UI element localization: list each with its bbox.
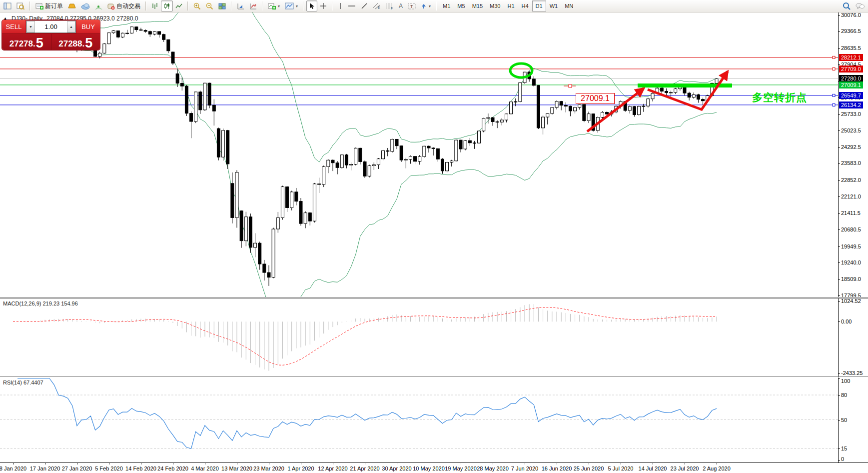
axis-tick-label: 28635.5 (841, 45, 861, 51)
date-tick-label: 19 May 2020 (445, 466, 477, 472)
horizontal-line-icon[interactable] (345, 0, 358, 12)
chart-list-icon[interactable] (1, 0, 14, 12)
axis-tick-label: 24292.5 (841, 144, 861, 150)
price-level-badge: 28212.1 (839, 54, 863, 61)
gold-icon[interactable] (65, 0, 78, 12)
periods-icon[interactable] (247, 0, 259, 12)
price-axis-border (838, 12, 839, 297)
chevron-down-icon: ▾ (429, 4, 431, 8)
date-tick-label: 16 Jun 2020 (542, 466, 572, 472)
indicators-icon[interactable] (234, 0, 247, 12)
axis-tick-label: 20680.5 (841, 226, 861, 232)
date-tick-label: 17 Jan 2020 (30, 466, 60, 472)
date-tick-label: 27 Jan 2020 (62, 466, 92, 472)
channel-icon[interactable]: E (370, 0, 383, 12)
axis-tick-label: 18509.0 (841, 276, 861, 282)
sell-price[interactable]: 27278.5 (2, 34, 51, 50)
tab-timeframe-M15[interactable]: M15 (469, 0, 486, 12)
cursor-icon[interactable] (306, 0, 317, 12)
tile-windows-icon[interactable] (216, 0, 228, 12)
line-chart-icon[interactable] (173, 0, 185, 12)
new-order-button[interactable]: 新订单 (33, 0, 65, 12)
lot-increase-button[interactable]: ▲ (67, 21, 75, 32)
date-tick-label: 5 Jul 2020 (608, 466, 634, 472)
axis-tick-label: 29366.5 (841, 28, 861, 34)
tab-timeframe-H4[interactable]: H4 (518, 0, 532, 12)
tab-timeframe-M1[interactable]: M1 (439, 0, 454, 12)
crosshair-icon[interactable] (317, 0, 329, 12)
axis-tick-label: -2433.25 (841, 370, 863, 376)
axis-tick-label: 19949.5 (841, 244, 861, 250)
macd-panel: 1024.520.00-2433.25 MACD(12,26,9) 219.23… (0, 298, 868, 376)
svg-text:E: E (378, 6, 380, 10)
buy-price[interactable]: 27288.5 (51, 34, 100, 50)
lot-decrease-button[interactable]: ▼ (26, 21, 35, 32)
svg-text:F: F (391, 6, 393, 10)
chat-icon[interactable] (853, 0, 867, 12)
signals-icon[interactable] (92, 0, 105, 12)
bar-chart-icon[interactable] (149, 0, 161, 12)
rsi-panel: 1008050150 RSI(14) 67.4407 (0, 378, 868, 462)
macd-canvas (0, 298, 838, 376)
rsi-canvas (0, 378, 838, 462)
date-tick-label: 1 Apr 2020 (287, 466, 314, 472)
autotrade-button[interactable]: 自动交易 (105, 0, 143, 12)
price-level-badge: 27709.0 (839, 66, 863, 72)
toolbar: 新订单 自动交易 (0, 0, 868, 12)
panel-separator[interactable] (0, 376, 868, 377)
axis-tick-label: 25733.0 (841, 111, 861, 117)
lot-size-input[interactable] (35, 21, 67, 32)
axis-tick-label: 30076.0 (841, 12, 861, 18)
zoom-out-icon[interactable] (203, 0, 216, 12)
trendline-icon[interactable] (358, 0, 370, 12)
zoom-in-icon[interactable] (191, 0, 203, 12)
axis-tick-label: 22121.0 (841, 194, 861, 200)
chevron-down-icon: ▾ (278, 4, 280, 8)
date-tick-label: 13 Mar 2020 (221, 466, 252, 472)
profiles-icon[interactable]: ▾ (282, 0, 300, 12)
main-chart-panel: 30076.029366.528635.527904.527173.526464… (0, 12, 868, 297)
date-tick-label: 30 Apr 2020 (382, 466, 411, 472)
new-order-label: 新订单 (45, 2, 63, 10)
vertical-line-icon[interactable] (335, 0, 345, 12)
date-axis: 8 Jan 202017 Jan 202027 Jan 20205 Feb 20… (0, 462, 868, 473)
date-tick-label: 12 Apr 2020 (318, 466, 347, 472)
date-tick-label: 24 Feb 2020 (157, 466, 188, 472)
timeframe-group: M1M5M15M30H1H4D1W1MN (438, 0, 578, 12)
tab-timeframe-D1[interactable]: D1 (532, 0, 546, 12)
axis-tick-label: 25023.5 (841, 128, 861, 134)
date-tick-label: 2 Aug 2020 (703, 466, 731, 472)
sell-button[interactable]: SELL (2, 20, 25, 34)
date-tick-label: 14 Feb 2020 (125, 466, 156, 472)
arrows-icon[interactable]: ▾ (418, 0, 433, 12)
search-icon[interactable] (840, 0, 853, 12)
fibonacci-icon[interactable]: F (383, 0, 396, 12)
axis-tick-label: 100 (841, 378, 850, 384)
svg-text:T: T (410, 4, 413, 9)
text-icon[interactable]: A (396, 0, 405, 12)
date-tick-label: 28 May 2020 (477, 466, 509, 472)
candlestick-icon[interactable] (161, 0, 173, 12)
mql5-cloud-icon[interactable] (78, 0, 92, 12)
date-tick-label: 4 Mar 2020 (191, 466, 219, 472)
new-chart-icon[interactable]: ▾ (265, 0, 282, 12)
date-tick-label: 10 May 2020 (413, 466, 445, 472)
autotrade-label: 自动交易 (116, 2, 140, 10)
tab-timeframe-M30[interactable]: M30 (486, 0, 504, 12)
axis-tick-label: 0.00 (841, 318, 852, 324)
axis-tick-label: 15 (841, 446, 847, 452)
buy-button[interactable]: BUY (76, 20, 100, 34)
tab-timeframe-H1[interactable]: H1 (504, 0, 518, 12)
date-tick-label: 14 Jul 2020 (639, 466, 667, 472)
data-window-icon[interactable] (14, 0, 27, 12)
price-chart-canvas (0, 12, 838, 297)
tab-timeframe-M5[interactable]: M5 (454, 0, 468, 12)
one-click-trading-panel: SELL ▼ ▲ BUY 27278.5 27288.5 (2, 20, 100, 50)
date-tick-label: 7 Jun 2020 (511, 466, 538, 472)
tab-timeframe-W1[interactable]: W1 (546, 0, 562, 12)
axis-tick-label: 1024.52 (841, 298, 861, 304)
axis-tick-label: 22852.0 (841, 177, 861, 183)
label-icon[interactable]: T (405, 0, 418, 12)
axis-tick-label: 19240.0 (841, 260, 861, 266)
tab-timeframe-MN[interactable]: MN (561, 0, 577, 12)
